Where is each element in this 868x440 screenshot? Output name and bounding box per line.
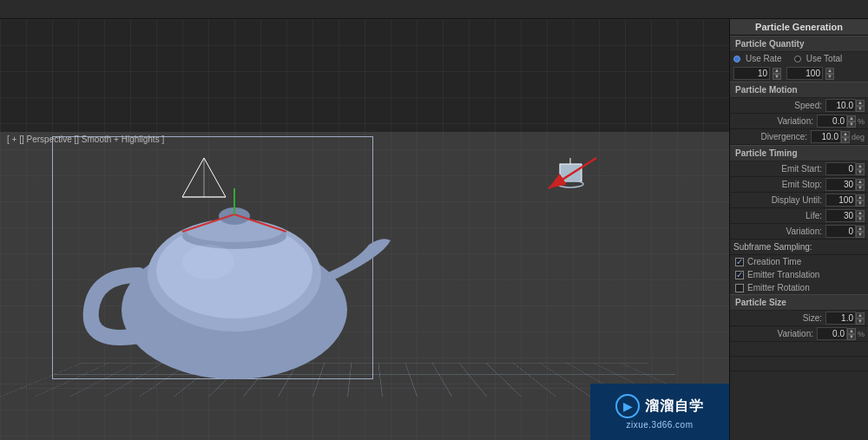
life-down[interactable]: ▼ [856,216,865,222]
div-up[interactable]: ▲ [841,131,850,137]
emit-stop-label: Emit Stop: [733,180,825,189]
emitter-translation-row[interactable]: Emitter Translation [730,268,868,281]
watermark-play-symbol: ▶ [623,399,633,413]
viewport-label: [ + [] Perspective [] Smooth + Highlight… [7,135,164,144]
use-rate-row[interactable]: Use Rate Use Total [730,52,868,65]
emit-start-spin[interactable]: ▲ ▼ [856,163,865,175]
speed-down[interactable]: ▼ [856,106,865,112]
quantity-values-row: ▲ ▼ ▲ ▼ [730,65,868,82]
emitter-rotation-row[interactable]: Emitter Rotation [730,281,868,294]
section-particle-quantity: Particle Quantity [730,36,868,52]
right-panel: Particle Generation Particle Quantity Us… [729,19,868,440]
vt-up[interactable]: ▲ [856,226,865,232]
creation-time-row[interactable]: Creation Time [730,255,868,268]
watermark-icon: ▶ [615,394,640,418]
size-input[interactable] [825,312,856,325]
variation-motion-spin[interactable]: ▲ ▼ [847,115,856,128]
use-total-radio[interactable] [794,56,801,62]
size-label: Size: [733,313,825,323]
life-spin[interactable]: ▲ ▼ [856,210,865,222]
var-timing-spin[interactable]: ▲ ▼ [856,226,865,238]
life-label: Life: [733,211,825,220]
sv-down[interactable]: ▼ [847,334,856,340]
divergence-label: Divergence: [733,132,811,141]
watermark-main-text: 溜溜自学 [645,397,704,416]
ep-down[interactable]: ▼ [856,185,865,191]
extra-row-1 [730,342,868,357]
emitter-rotation-label: Emitter Rotation [747,283,810,292]
viewport[interactable]: [ + [] Perspective [] Smooth + Highlight… [0,19,729,440]
extra-row-2 [730,357,868,371]
speed-row: Speed: ▲ ▼ [730,98,868,114]
emitter-translation-checkbox[interactable] [735,271,744,279]
variation-timing-input[interactable] [825,225,856,238]
use-total-label: Use Total [806,54,843,63]
emit-start-input[interactable] [825,162,856,175]
rate-spin-arrows[interactable]: ▲ ▼ [773,68,781,80]
total-spin-arrows[interactable]: ▲ ▼ [825,68,834,80]
var-motion-down[interactable]: ▼ [847,121,856,128]
emit-start-row: Emit Start: ▲ ▼ [730,161,868,177]
sv-up[interactable]: ▲ [847,328,856,334]
total-spin-up[interactable]: ▲ [825,68,834,74]
life-input[interactable] [825,209,856,222]
rate-spin-down[interactable]: ▼ [773,74,781,80]
variation-timing-row: Variation: ▲ ▼ [730,224,868,240]
emit-stop-spin[interactable]: ▲ ▼ [856,179,865,191]
var-motion-up[interactable]: ▲ [847,115,856,121]
wireframe-pyramid [178,154,230,206]
panel-title: Particle Generation [730,19,868,36]
creation-time-label: Creation Time [747,257,801,266]
variation-motion-input[interactable] [817,115,847,128]
speed-spin[interactable]: ▲ ▼ [856,100,865,112]
display-until-input[interactable] [825,194,856,207]
emitter-rotation-checkbox[interactable] [735,284,744,292]
svg-line-18 [549,158,596,188]
size-down[interactable]: ▼ [856,319,865,325]
variation-motion-row: Variation: ▲ ▼ % [730,114,868,129]
total-input[interactable] [786,67,823,80]
viewport-top-dark [0,19,729,132]
size-up[interactable]: ▲ [856,312,865,319]
subframe-header-row: Subframe Sampling: [730,240,868,255]
divergence-row: Divergence: ▲ ▼ deg [730,129,868,145]
creation-time-checkbox[interactable] [735,258,744,266]
divergence-input[interactable] [811,130,841,143]
display-until-row: Display Until: ▲ ▼ [730,193,868,208]
emit-stop-input[interactable] [825,178,856,191]
use-rate-label: Use Rate [746,54,782,63]
use-rate-radio[interactable] [733,56,740,62]
variation-motion-label: Variation: [733,116,817,126]
speed-up[interactable]: ▲ [856,100,865,106]
divergence-unit: deg [850,133,865,141]
es-up[interactable]: ▲ [856,163,865,169]
life-row: Life: ▲ ▼ [730,208,868,224]
size-spin[interactable]: ▲ ▼ [856,312,865,325]
rate-spin-up[interactable]: ▲ [773,68,781,74]
es-down[interactable]: ▼ [856,169,865,175]
size-row: Size: ▲ ▼ [730,311,868,326]
du-down[interactable]: ▼ [856,200,865,207]
size-var-spin[interactable]: ▲ ▼ [847,328,856,340]
svg-point-9 [182,245,234,279]
display-spin[interactable]: ▲ ▼ [856,194,865,207]
life-up[interactable]: ▲ [856,210,865,216]
emitter-translation-label: Emitter Translation [747,270,819,279]
divergence-spin[interactable]: ▲ ▼ [841,131,850,143]
watermark-overlay: ▶ 溜溜自学 zixue.3d66.com [590,384,729,440]
rate-input[interactable] [733,67,770,80]
size-variation-input[interactable] [817,327,847,340]
variation-motion-unit: % [856,117,865,126]
total-spin-down[interactable]: ▼ [825,74,834,80]
subframe-label: Subframe Sampling: [733,240,812,253]
div-down[interactable]: ▼ [841,137,850,143]
size-variation-unit: % [856,330,865,338]
ep-up[interactable]: ▲ [856,179,865,185]
section-particle-size: Particle Size [730,294,868,311]
teapot-svg [69,162,399,388]
du-up[interactable]: ▲ [856,194,865,200]
speed-input[interactable] [825,99,856,112]
size-variation-row: Variation: ▲ ▼ % [730,326,868,342]
red-arrow [531,154,601,197]
vt-down[interactable]: ▼ [856,232,865,238]
